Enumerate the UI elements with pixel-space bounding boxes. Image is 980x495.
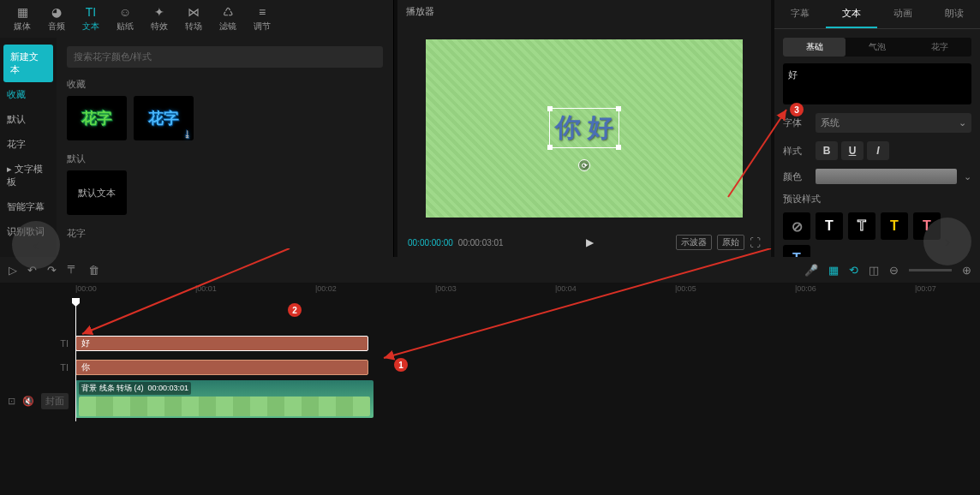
right-tabs: 字幕文本动画朗读 <box>774 0 980 29</box>
tool-特效[interactable]: ✦特效 <box>142 3 176 34</box>
text-clip-2[interactable]: 你 <box>75 360 368 375</box>
tool-文本[interactable]: TI文本 <box>74 3 108 34</box>
tool-调节[interactable]: ≡调节 <box>245 3 279 34</box>
sub-tab[interactable]: 气泡 <box>846 38 908 57</box>
mic-icon[interactable]: 🎤 <box>804 264 818 277</box>
search-input[interactable]: 搜索花字颜色/样式 <box>67 46 383 68</box>
preset-style[interactable]: T <box>848 212 875 240</box>
asset-default-text[interactable]: 默认文本 <box>67 170 127 215</box>
video-track: ⊡ 🔇 封面 背景 线条 转场 (4) 00:00:03:01 <box>0 380 980 421</box>
chevron-down-icon[interactable]: ⌄ <box>964 171 971 182</box>
text-track-2: TI 你 <box>0 356 980 379</box>
underline-button[interactable]: U <box>841 141 863 160</box>
split-icon[interactable]: 〒 <box>67 262 78 277</box>
sub-tab[interactable]: 花字 <box>909 38 971 57</box>
asset-content: 搜索花字颜色/样式 收藏 花字 花字⭳ 默认 默认文本 花字 <box>57 38 393 257</box>
zoom-in-icon[interactable]: ⊕ <box>962 264 971 277</box>
align-icon[interactable]: ◫ <box>869 264 879 277</box>
chevron-icon: ⌄ <box>959 117 966 128</box>
ruler-tick: |00:07 <box>915 284 936 293</box>
nav-fwd-circle[interactable]: › <box>923 218 971 265</box>
asset-huazi-2[interactable]: 花字⭳ <box>134 96 194 140</box>
play-button[interactable]: ▶ <box>586 236 594 248</box>
cover-button[interactable]: 封面 <box>41 393 69 409</box>
sidebar-item[interactable]: 新建文本 <box>3 45 53 82</box>
sidebar-item[interactable]: 智能字幕 <box>0 194 57 219</box>
nav-back-circle[interactable]: ‹ <box>12 221 60 269</box>
timeline: ▷ ↶ ↷ 〒 🗑 🎤 ▦ ⟲ ◫ ⊖ ⊕ |00:00|00:01|00:02… <box>0 257 980 495</box>
style-label: 样式 <box>783 145 809 158</box>
pointer-tool-icon[interactable]: ▷ <box>9 264 17 277</box>
sidebar-item[interactable]: 花字 <box>0 132 57 157</box>
right-tab[interactable]: 动画 <box>877 0 929 28</box>
ruler-tick: |00:00 <box>75 284 97 293</box>
italic-button[interactable]: I <box>867 141 889 160</box>
ruler-tick: |00:04 <box>555 284 577 293</box>
link-icon[interactable]: ⟲ <box>849 264 858 277</box>
font-label: 字体 <box>783 116 809 129</box>
download-icon[interactable]: ⭳ <box>183 129 192 139</box>
right-tab[interactable]: 文本 <box>826 0 877 28</box>
time-display: 00:00:00:0000:00:03:01 <box>408 238 504 248</box>
ruler-tick: |00:01 <box>195 284 217 293</box>
ruler-tick: |00:05 <box>675 284 696 293</box>
video-clip[interactable]: 背景 线条 转场 (4) 00:00:03:01 <box>75 380 373 418</box>
resize-handle[interactable] <box>547 145 553 150</box>
preset-style[interactable]: ⊘ <box>783 212 810 240</box>
font-dropdown[interactable]: 系统⌄ <box>816 113 971 133</box>
zoom-slider[interactable] <box>909 269 952 271</box>
preset-style[interactable]: T <box>881 212 908 240</box>
canvas-text-box[interactable]: 你 好 ⟳ <box>549 108 619 148</box>
rotate-handle[interactable]: ⟳ <box>578 159 590 171</box>
ruler-tick: |00:02 <box>315 284 337 293</box>
annotation-2: 2 <box>288 303 302 317</box>
tool-音频[interactable]: ◕音频 <box>39 3 74 34</box>
resize-handle[interactable] <box>547 106 553 111</box>
preview-title: 播放器 <box>397 0 771 23</box>
preview-panel: 播放器 你 好 ⟳ 00:00:00:0000:00:03:01 ▶ 示波器 <box>397 0 771 257</box>
sidebar-item[interactable]: 默认 <box>0 107 57 132</box>
original-button[interactable]: 原始 <box>717 235 744 250</box>
preset-label: 预设样式 <box>783 193 821 206</box>
text-track-icon: TI <box>60 362 69 373</box>
preset-style[interactable]: T <box>816 212 843 240</box>
tool-转场[interactable]: ⋈转场 <box>176 3 211 34</box>
bold-button[interactable]: B <box>816 141 838 160</box>
color-picker[interactable] <box>816 169 957 184</box>
text-track-icon: TI <box>60 338 69 349</box>
section-fav: 收藏 <box>67 78 383 91</box>
tool-贴纸[interactable]: ☺贴纸 <box>108 3 142 34</box>
sub-tab[interactable]: 基础 <box>783 38 846 57</box>
asset-huazi-1[interactable]: 花字 <box>67 96 127 140</box>
fullscreen-icon[interactable]: ⛶ <box>750 236 761 249</box>
sidebar-item[interactable]: ▸ 文字模板 <box>0 157 57 194</box>
sidebar-item[interactable]: 收藏 <box>0 82 57 107</box>
resize-handle[interactable] <box>616 145 621 150</box>
ruler-tick: |00:06 <box>795 284 816 293</box>
text-track-1: TI 好 <box>0 332 980 355</box>
annotation-1: 1 <box>394 358 408 372</box>
delete-icon[interactable]: 🗑 <box>88 264 99 277</box>
text-input[interactable]: 好 <box>783 63 971 104</box>
color-label: 颜色 <box>783 170 809 183</box>
section-huazi: 花字 <box>67 227 383 240</box>
lock-icon[interactable]: ⊡ <box>8 396 15 407</box>
mute-icon[interactable]: 🔇 <box>22 396 34 407</box>
right-tab[interactable]: 字幕 <box>774 0 826 28</box>
magnet-icon[interactable]: ▦ <box>828 264 839 277</box>
annotation-3: 3 <box>790 103 804 116</box>
section-default: 默认 <box>67 152 383 165</box>
sub-tabs: 基础气泡花字 <box>783 38 971 57</box>
right-tab[interactable]: 朗读 <box>929 0 980 28</box>
left-panel: ▦媒体◕音频TI文本☺贴纸✦特效⋈转场♺滤镜≡调节 新建文本收藏默认花字▸ 文字… <box>0 0 394 257</box>
tool-媒体[interactable]: ▦媒体 <box>5 3 39 34</box>
ruler[interactable]: |00:00|00:01|00:02|00:03|00:04|00:05|00:… <box>75 283 980 300</box>
oscilloscope-button[interactable]: 示波器 <box>676 235 712 250</box>
text-clip-1[interactable]: 好 <box>75 336 368 351</box>
tool-滤镜[interactable]: ♺滤镜 <box>211 3 245 34</box>
preview-canvas[interactable]: 你 好 ⟳ <box>426 39 743 218</box>
playhead[interactable] <box>75 300 76 421</box>
resize-handle[interactable] <box>616 106 621 111</box>
ruler-tick: |00:03 <box>435 284 457 293</box>
zoom-out-icon[interactable]: ⊖ <box>889 264 899 277</box>
